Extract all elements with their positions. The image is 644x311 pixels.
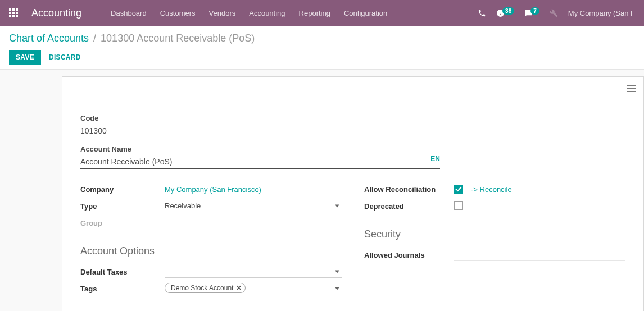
section-account-options: Account Options	[80, 245, 342, 257]
tag-chip[interactable]: Demo Stock Account ✕	[165, 283, 246, 293]
company-value[interactable]: My Company (San Francisco)	[165, 185, 342, 194]
hamburger-icon	[627, 85, 636, 92]
tags-label: Tags	[80, 285, 165, 293]
chevron-down-icon	[335, 270, 339, 273]
apps-icon[interactable]	[9, 8, 18, 17]
account-name-label: Account Name	[80, 145, 440, 153]
group-label: Group	[80, 219, 165, 227]
chevron-down-icon	[335, 287, 339, 290]
breadcrumb-current: 101300 Account Receivable (PoS)	[101, 33, 255, 44]
allowed-journals-label: Allowed Journals	[364, 251, 454, 259]
reconcile-link[interactable]: -> Reconcile	[471, 185, 512, 194]
menu-accounting[interactable]: Accounting	[242, 9, 292, 17]
menu-reporting[interactable]: Reporting	[292, 9, 337, 17]
tag-remove-icon[interactable]: ✕	[236, 284, 242, 292]
save-button[interactable]: SAVE	[9, 50, 41, 65]
menu-configuration[interactable]: Configuration	[337, 9, 394, 17]
systray: 38 7 My Company (San F	[478, 9, 635, 17]
default-taxes-label: Default Taxes	[80, 268, 165, 276]
type-label: Type	[80, 202, 165, 211]
phone-icon[interactable]	[478, 9, 486, 17]
form-sheet: Code Account Name EN Company My Company …	[62, 76, 644, 311]
code-label: Code	[80, 114, 440, 122]
translate-button[interactable]: EN	[430, 155, 440, 163]
tag-label: Demo Stock Account	[171, 284, 233, 292]
control-panel: Chart of Accounts / 101300 Account Recei…	[0, 26, 644, 70]
breadcrumb-separator: /	[93, 33, 96, 44]
code-input[interactable]	[80, 125, 440, 138]
left-column: Company My Company (San Francisco) Type …	[80, 181, 342, 298]
messages-icon[interactable]: 7	[524, 9, 539, 17]
activity-icon[interactable]: 38	[496, 9, 514, 17]
menu-dashboard[interactable]: Dashboard	[104, 9, 153, 17]
app-brand[interactable]: Accounting	[31, 7, 81, 19]
deprecated-checkbox[interactable]	[454, 201, 463, 210]
menu-customers[interactable]: Customers	[153, 9, 202, 17]
company-switcher[interactable]: My Company (San F	[568, 9, 635, 17]
allow-reconciliation-label: Allow Reconciliation	[364, 185, 454, 194]
activity-badge: 38	[502, 7, 514, 15]
default-taxes-field[interactable]	[165, 266, 342, 278]
breadcrumb: Chart of Accounts / 101300 Account Recei…	[9, 33, 635, 44]
section-security: Security	[364, 228, 625, 240]
account-name-input[interactable]	[80, 156, 440, 169]
right-column: Allow Reconciliation -> Reconcile Deprec…	[364, 181, 625, 298]
main-menu: Dashboard Customers Vendors Accounting R…	[104, 9, 394, 17]
type-select[interactable]	[165, 200, 342, 212]
allowed-journals-field[interactable]	[454, 249, 625, 261]
top-navbar: Accounting Dashboard Customers Vendors A…	[0, 0, 644, 26]
tags-field[interactable]: Demo Stock Account ✕	[165, 282, 342, 295]
discard-button[interactable]: DISCARD	[49, 53, 81, 61]
breadcrumb-parent[interactable]: Chart of Accounts	[9, 33, 89, 44]
stat-button-menu[interactable]	[618, 77, 643, 100]
deprecated-label: Deprecated	[364, 202, 454, 211]
company-label: Company	[80, 185, 165, 194]
menu-vendors[interactable]: Vendors	[202, 9, 243, 17]
messages-badge: 7	[530, 7, 539, 15]
allow-reconciliation-checkbox[interactable]	[454, 185, 463, 194]
debug-icon[interactable]	[550, 9, 558, 17]
